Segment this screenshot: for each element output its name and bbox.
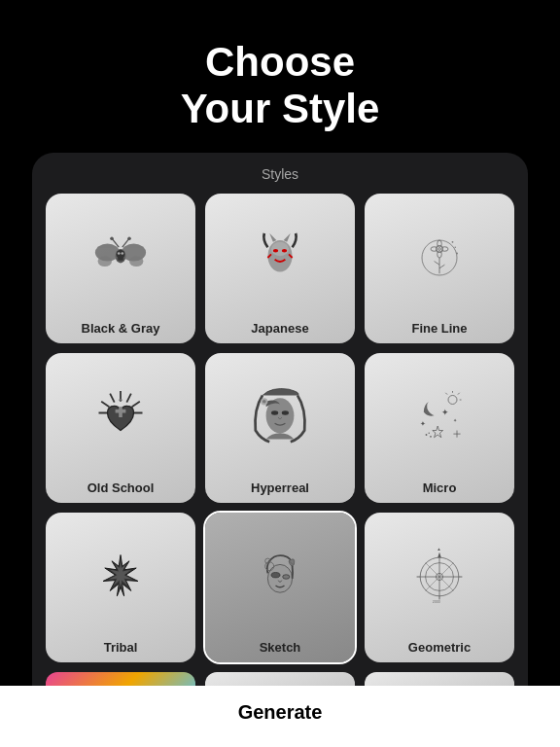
svg-point-16 <box>282 249 287 253</box>
style-black-gray[interactable]: Black & Gray <box>46 194 195 343</box>
svg-marker-18 <box>284 232 291 241</box>
svg-marker-75 <box>438 551 441 556</box>
page-title: Choose Your Style <box>181 0 380 153</box>
svg-text:✦: ✦ <box>420 419 426 428</box>
style-micro[interactable]: ✦ ✦ ✦ Micro <box>365 353 514 503</box>
tribal-icon <box>46 513 195 641</box>
svg-point-3 <box>98 256 112 267</box>
svg-text:✦: ✦ <box>441 408 449 417</box>
old-school-label: Old School <box>88 480 155 495</box>
svg-point-25 <box>438 250 442 257</box>
svg-point-23 <box>438 247 441 251</box>
svg-marker-56 <box>433 426 443 438</box>
style-fine-line[interactable]: Fine Line <box>365 194 514 343</box>
svg-point-31 <box>452 240 454 242</box>
svg-point-26 <box>431 246 438 251</box>
sketch-label: Sketch <box>260 640 301 655</box>
svg-point-32 <box>454 246 455 247</box>
svg-line-36 <box>101 401 109 406</box>
japanese-icon <box>205 194 355 322</box>
fine-line-icon <box>365 194 514 322</box>
svg-text:2000: 2000 <box>433 600 440 604</box>
black-gray-label: Black & Gray <box>82 321 160 336</box>
svg-line-37 <box>126 393 131 402</box>
svg-line-29 <box>435 261 439 265</box>
old-school-icon <box>46 353 195 481</box>
svg-point-7 <box>118 252 121 255</box>
micro-label: Micro <box>423 480 457 495</box>
svg-point-44 <box>271 410 278 415</box>
style-japanese[interactable]: Japanese <box>205 194 355 343</box>
svg-point-59 <box>426 434 428 436</box>
style-hyperreal[interactable]: Hyperreal <box>205 353 355 503</box>
svg-text:▲: ▲ <box>437 547 440 551</box>
style-geometric[interactable]: ▲ 2000 Geometric <box>365 513 514 662</box>
japanese-label: Japanese <box>251 321 308 336</box>
svg-rect-42 <box>116 409 126 412</box>
svg-rect-6 <box>118 257 122 261</box>
generate-button[interactable]: Generate <box>238 701 323 724</box>
svg-point-48 <box>448 395 457 404</box>
svg-point-8 <box>121 252 123 255</box>
svg-point-63 <box>271 572 280 577</box>
svg-point-64 <box>283 574 290 579</box>
svg-point-33 <box>456 252 458 254</box>
sketch-icon <box>205 513 355 641</box>
svg-point-45 <box>282 410 289 415</box>
svg-line-51 <box>458 392 460 394</box>
svg-point-4 <box>129 256 143 267</box>
svg-point-14 <box>271 241 289 255</box>
black-gray-icon <box>46 194 195 322</box>
svg-point-61 <box>430 435 432 437</box>
styles-grid: Black & Gray <box>46 194 514 662</box>
svg-point-12 <box>127 236 131 240</box>
hyperreal-icon <box>205 353 355 481</box>
svg-point-27 <box>441 246 448 251</box>
tribal-label: Tribal <box>104 640 138 655</box>
svg-point-24 <box>438 240 442 247</box>
style-old-school[interactable]: Old School <box>46 353 195 503</box>
svg-line-30 <box>439 265 444 268</box>
geometric-icon: ▲ 2000 <box>365 513 514 641</box>
style-sketch[interactable]: Sketch <box>205 513 355 662</box>
svg-line-38 <box>132 401 140 406</box>
micro-icon: ✦ ✦ ✦ <box>365 353 514 481</box>
style-tribal[interactable]: Tribal <box>46 513 195 662</box>
geometric-label: Geometric <box>408 640 471 655</box>
hyperreal-label: Hyperreal <box>251 480 309 495</box>
svg-point-11 <box>110 236 114 240</box>
svg-marker-17 <box>269 232 276 241</box>
svg-point-47 <box>262 400 266 404</box>
styles-section-label: Styles <box>46 166 514 182</box>
svg-point-60 <box>428 432 429 433</box>
styles-card: Styles <box>32 153 528 747</box>
generate-bar: Generate <box>0 686 560 747</box>
svg-text:✦: ✦ <box>453 416 457 422</box>
svg-line-35 <box>110 393 115 402</box>
fine-line-label: Fine Line <box>411 321 467 336</box>
svg-line-52 <box>445 392 447 394</box>
svg-point-15 <box>273 249 278 253</box>
